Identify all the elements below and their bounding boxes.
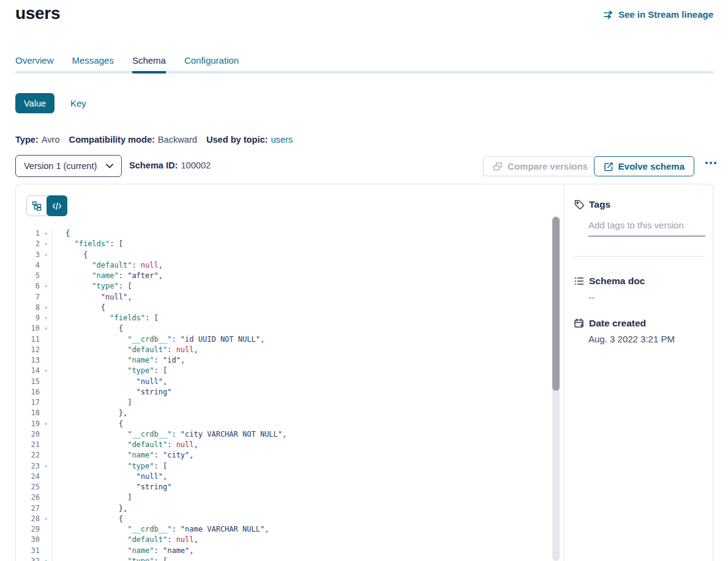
tags-heading: Tags [589,199,610,210]
tabs-section: OverviewMessagesSchemaConfiguration [15,55,713,73]
code-line: 14▾ "type": [ [17,366,563,376]
fold-toggle-icon[interactable]: ▾ [40,419,53,429]
line-number: 18 [17,408,40,418]
fold-spacer [40,429,53,440]
sidebar-divider [574,256,705,257]
tab-configuration[interactable]: Configuration [184,55,239,66]
code-line: 26 ] [17,492,563,503]
evolve-schema-button[interactable]: Evolve schema [594,156,694,176]
tree-view-icon [32,201,42,211]
line-number: 6 [17,281,40,292]
editor-scrollbar-track[interactable] [552,216,560,561]
used-by-topic-label: Used by topic: [206,135,268,145]
line-number: 8 [17,303,40,313]
line-number: 16 [17,387,40,397]
line-number: 24 [17,472,40,482]
fold-toggle-icon[interactable]: ▾ [40,323,53,334]
code-text: "__crdb__": "city VARCHAR NOT NULL", [53,429,287,440]
code-text: "default": null, [53,260,163,271]
code-line: 16 "string" [17,387,563,397]
value-tab-button[interactable]: Value [15,93,54,113]
list-icon [574,276,585,287]
schema-panel: 1▾{2▾ "fields": [3▾ {4 "default": null,5… [15,184,713,561]
line-number: 29 [17,524,40,535]
fold-toggle-icon[interactable]: ▾ [40,461,53,472]
editor-scrollbar-thumb[interactable] [552,217,560,391]
fold-toggle-icon[interactable]: ▾ [40,303,53,313]
code-text: "null", [53,377,167,387]
tag-icon [574,199,585,210]
fold-spacer [40,492,53,503]
fold-spacer [40,397,53,408]
line-number: 17 [17,397,40,408]
code-text: { [53,250,88,260]
line-number: 13 [17,355,40,366]
line-number: 2 [17,239,40,249]
fold-toggle-icon[interactable]: ▾ [40,250,53,260]
fold-spacer [40,482,53,492]
code-text: "string" [53,482,171,492]
fold-spacer [40,271,53,281]
tab-overview[interactable]: Overview [15,55,54,66]
stream-lineage-icon [604,10,614,20]
code-text: { [53,303,105,313]
schema-meta: Type:Avro Compatibility mode:Backward Us… [15,135,302,145]
fold-spacer [40,408,53,418]
key-tab-button[interactable]: Key [70,98,86,108]
fold-toggle-icon[interactable]: ▾ [40,514,53,524]
line-number: 31 [17,546,40,556]
fold-toggle-icon[interactable]: ▾ [40,228,53,239]
code-text: "null", [53,292,132,303]
topic-link[interactable]: users [271,135,293,145]
code-lines: 1▾{2▾ "fields": [3▾ {4 "default": null,5… [17,228,563,561]
code-line: 32▾ "type": [ [17,556,563,561]
line-number: 22 [17,450,40,461]
code-view-button[interactable] [47,195,67,216]
code-text: ] [53,397,132,408]
page-title: users [15,4,60,23]
fold-spacer [40,440,53,450]
chevron-down-icon [106,164,113,168]
code-line: 17 ] [17,397,563,408]
tags-input[interactable] [588,220,705,236]
line-number: 19 [17,419,40,429]
code-line: 7 "null", [17,292,563,303]
code-line: 31 "name": "name", [17,546,563,556]
fold-toggle-icon[interactable]: ▾ [40,239,53,249]
fold-toggle-icon[interactable]: ▾ [40,281,53,292]
fold-spacer [40,292,53,303]
tags-heading-row: Tags [574,199,705,210]
more-options-button[interactable] [705,162,716,164]
code-text: ] [53,492,132,503]
code-line: 3▾ { [17,250,563,260]
line-number: 21 [17,440,40,450]
fold-spacer [40,450,53,461]
code-line: 2▾ "fields": [ [17,239,563,249]
tree-view-button[interactable] [26,195,47,216]
line-number: 30 [17,535,40,545]
version-select[interactable]: Version 1 (current) [15,155,122,177]
tab-underline-track [15,71,713,73]
code-line: 6▾ "type": [ [17,281,563,292]
fold-spacer [40,524,53,535]
schema-sidebar: Tags Schema doc -- [563,184,713,561]
code-line: 18 }, [17,408,563,418]
code-text: { [53,514,123,524]
tab-messages[interactable]: Messages [72,55,114,66]
code-line: 9▾ "fields": [ [17,313,563,323]
code-text: "name": "after", [53,271,163,281]
evolve-schema-label: Evolve schema [618,161,685,171]
code-editor: 1▾{2▾ "fields": [3▾ {4 "default": null,5… [16,184,563,561]
code-line: 20 "__crdb__": "city VARCHAR NOT NULL", [17,429,563,440]
compare-icon [493,162,503,171]
compatibility-value: Backward [158,135,197,145]
line-number: 7 [17,292,40,303]
compare-versions-button[interactable]: Compare versions [483,156,598,176]
code-text: }, [53,408,127,418]
fold-toggle-icon[interactable]: ▾ [40,366,53,376]
fold-toggle-icon[interactable]: ▾ [40,556,53,561]
stream-lineage-link[interactable]: See in Stream lineage [604,9,713,20]
fold-toggle-icon[interactable]: ▾ [40,313,53,323]
code-line: 11 "__crdb__": "id UUID NOT NULL", [17,334,563,345]
tab-schema[interactable]: Schema [132,55,166,66]
